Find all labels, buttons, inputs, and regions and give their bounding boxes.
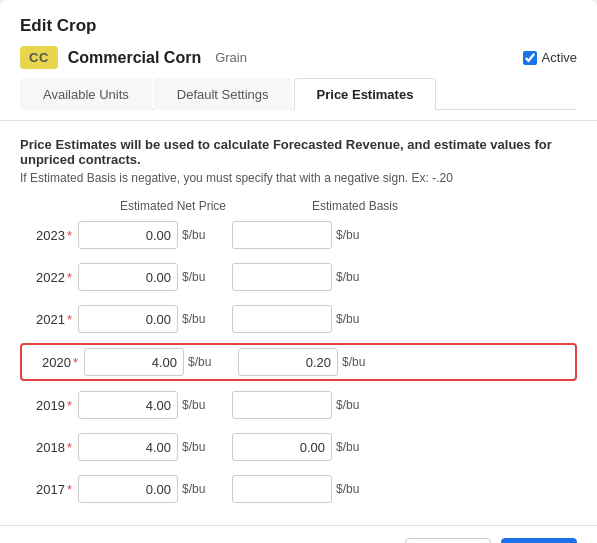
- active-section: Active: [523, 50, 577, 65]
- unit-label-basis: $/bu: [336, 312, 374, 326]
- unit-label-net: $/bu: [182, 440, 220, 454]
- basis-group: $/bu: [232, 475, 374, 503]
- year-label: 2020*: [26, 355, 84, 370]
- basis-group: $/bu: [232, 433, 374, 461]
- col-net-label: Estimated Net Price: [88, 199, 258, 213]
- unit-label-basis: $/bu: [336, 398, 374, 412]
- net-price-group: $/bu: [78, 263, 220, 291]
- net-price-group: $/bu: [78, 221, 220, 249]
- cancel-button[interactable]: Cancel: [405, 538, 491, 543]
- modal-body: Price Estimates will be used to calculat…: [0, 121, 597, 525]
- basis-input[interactable]: [232, 391, 332, 419]
- modal-header: Edit Crop CC Commercial Corn Grain Activ…: [0, 0, 597, 121]
- net-price-input[interactable]: [78, 263, 178, 291]
- basis-input[interactable]: [232, 263, 332, 291]
- unit-label-basis: $/bu: [336, 440, 374, 454]
- tabs: Available Units Default Settings Price E…: [20, 77, 577, 110]
- tab-default-settings[interactable]: Default Settings: [154, 78, 292, 110]
- crop-name: Commercial Corn: [68, 49, 201, 67]
- crop-row: CC Commercial Corn Grain Active: [20, 46, 577, 69]
- unit-label-net: $/bu: [182, 270, 220, 284]
- unit-label-net: $/bu: [182, 482, 220, 496]
- tab-available-units[interactable]: Available Units: [20, 78, 152, 110]
- unit-label-basis: $/bu: [336, 228, 374, 242]
- table-row: 2021* $/bu $/bu: [20, 301, 577, 337]
- net-price-input[interactable]: [78, 475, 178, 503]
- table-row: 2017* $/bu $/bu: [20, 471, 577, 507]
- basis-group: $/bu: [232, 391, 374, 419]
- year-label: 2023*: [20, 228, 78, 243]
- price-table: 2023* $/bu $/bu 2022* $/bu $/bu 2021*: [20, 217, 577, 507]
- info-line1: Price Estimates will be used to calculat…: [20, 137, 577, 167]
- basis-group: $/bu: [232, 305, 374, 333]
- year-label: 2018*: [20, 440, 78, 455]
- table-row: 2019* $/bu $/bu: [20, 387, 577, 423]
- basis-input[interactable]: [232, 305, 332, 333]
- net-price-input[interactable]: [78, 221, 178, 249]
- save-button[interactable]: Save: [501, 538, 577, 543]
- edit-crop-modal: Edit Crop CC Commercial Corn Grain Activ…: [0, 0, 597, 543]
- col-basis-label: Estimated Basis: [270, 199, 440, 213]
- year-label: 2021*: [20, 312, 78, 327]
- unit-label-net: $/bu: [182, 228, 220, 242]
- price-table-header: Estimated Net Price Estimated Basis: [20, 199, 577, 213]
- crop-left: CC Commercial Corn Grain: [20, 46, 247, 69]
- info-line2: If Estimated Basis is negative, you must…: [20, 171, 577, 185]
- crop-badge: CC: [20, 46, 58, 69]
- basis-input[interactable]: [232, 475, 332, 503]
- table-row: 2023* $/bu $/bu: [20, 217, 577, 253]
- year-label: 2019*: [20, 398, 78, 413]
- basis-input[interactable]: [238, 348, 338, 376]
- net-price-input[interactable]: [78, 391, 178, 419]
- basis-group: $/bu: [232, 263, 374, 291]
- table-row: 2020* $/bu $/bu: [20, 343, 577, 381]
- unit-label-net: $/bu: [182, 398, 220, 412]
- net-price-input[interactable]: [84, 348, 184, 376]
- net-price-group: $/bu: [78, 305, 220, 333]
- year-label: 2022*: [20, 270, 78, 285]
- table-row: 2018* $/bu $/bu: [20, 429, 577, 465]
- unit-label-basis: $/bu: [342, 355, 380, 369]
- modal-title: Edit Crop: [20, 16, 577, 36]
- net-price-group: $/bu: [78, 475, 220, 503]
- basis-input[interactable]: [232, 433, 332, 461]
- unit-label-basis: $/bu: [336, 270, 374, 284]
- basis-input[interactable]: [232, 221, 332, 249]
- year-label: 2017*: [20, 482, 78, 497]
- modal-footer: Cancel Save: [0, 525, 597, 543]
- net-price-input[interactable]: [78, 305, 178, 333]
- net-price-group: $/bu: [84, 348, 226, 376]
- active-checkbox[interactable]: [523, 51, 537, 65]
- basis-group: $/bu: [238, 348, 380, 376]
- net-price-group: $/bu: [78, 433, 220, 461]
- unit-label-net: $/bu: [182, 312, 220, 326]
- active-label: Active: [542, 50, 577, 65]
- unit-label-basis: $/bu: [336, 482, 374, 496]
- net-price-input[interactable]: [78, 433, 178, 461]
- tab-price-estimates[interactable]: Price Estimates: [294, 78, 437, 110]
- table-row: 2022* $/bu $/bu: [20, 259, 577, 295]
- net-price-group: $/bu: [78, 391, 220, 419]
- crop-type: Grain: [215, 50, 247, 65]
- basis-group: $/bu: [232, 221, 374, 249]
- unit-label-net: $/bu: [188, 355, 226, 369]
